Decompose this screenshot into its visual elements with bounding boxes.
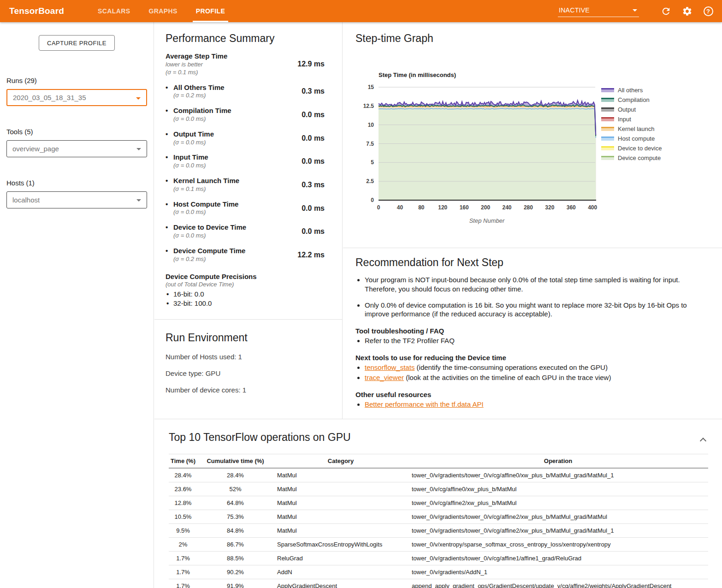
cell-category: ReluGrad: [273, 552, 408, 565]
cell-category: AddN: [273, 565, 408, 579]
legend-label: Host compute: [618, 135, 655, 142]
main-content: Performance Summary Average Step Time lo…: [154, 22, 722, 588]
tools-dropdown[interactable]: overview_page: [6, 140, 147, 157]
metric-label: Output Time: [173, 130, 214, 139]
svg-text:7.5: 7.5: [366, 141, 374, 147]
svg-text:360: 360: [567, 204, 576, 211]
legend-item: Kernel launch: [601, 124, 662, 134]
status-dropdown[interactable]: INACTIVE: [558, 6, 639, 17]
cell-time: 23.6%: [169, 482, 197, 496]
tools-label: Tools (5): [6, 128, 154, 136]
hosts-dropdown-value: localhost: [12, 196, 40, 204]
precision-item: 16-bit: 0.0: [166, 290, 325, 299]
svg-text:200: 200: [481, 204, 490, 211]
settings-gear-icon[interactable]: [681, 6, 692, 17]
recommendation-bullet: Your program is NOT input-bound because …: [365, 275, 704, 294]
recommendation-title: Recommendation for Next Step: [355, 256, 704, 269]
bullet: •: [166, 200, 173, 217]
runs-label: Runs (29): [6, 77, 154, 84]
recommendation-panel: Recommendation for Next Step Your progra…: [343, 248, 722, 409]
table-row: 10.5%75.3%MatMultower_0/v/gradients/towe…: [169, 510, 708, 524]
resource-item: Better performance with the tf.data API: [365, 400, 704, 409]
cell-cumulative: 75.3%: [197, 510, 273, 524]
metric-value: 0.3 ms: [285, 87, 325, 95]
cell-cumulative: 88.5%: [197, 552, 273, 565]
metric-value: 12.2 ms: [285, 251, 325, 259]
capture-profile-button[interactable]: CAPTURE PROFILE: [39, 35, 115, 51]
svg-text:0: 0: [371, 197, 374, 203]
svg-text:0: 0: [377, 204, 380, 211]
svg-text:Step Time (in milliseconds): Step Time (in milliseconds): [379, 71, 456, 78]
cell-operation: tower_0/v/cg/affine0/xw_plus_b/MatMul: [408, 482, 708, 496]
top-ops-title: Top 10 TensorFlow operations on GPU: [169, 431, 708, 444]
cell-operation: tower_0/v/cg/affine2/xw_plus_b/MatMul: [408, 496, 708, 510]
status-dropdown-value: INACTIVE: [559, 6, 590, 14]
legend-label: Input: [618, 116, 631, 123]
metric-row: • Host Compute Time (σ = 0.0 ms) 0.0 ms: [166, 200, 325, 217]
legend-swatch: [601, 107, 614, 112]
average-step-time-row: Average Step Time lower is better (σ = 0…: [166, 52, 325, 77]
legend-item: All others: [601, 85, 662, 95]
cell-category: MatMul: [273, 524, 408, 538]
performance-summary-title: Performance Summary: [166, 32, 325, 45]
tab-profile[interactable]: PROFILE: [193, 0, 228, 22]
step-time-chart: 02.557.51012.515040801201602002402803203…: [355, 68, 722, 231]
bullet: •: [166, 83, 173, 100]
table-row: 1.7%90.2%AddNtower_0/v/gradients/AddN_1: [169, 565, 708, 579]
svg-text:240: 240: [503, 204, 512, 211]
svg-text:10: 10: [368, 122, 374, 128]
collapse-chevron-icon[interactable]: [700, 437, 706, 443]
trace-viewer-link[interactable]: trace_viewer: [365, 374, 404, 381]
runs-dropdown[interactable]: 2020_03_05_18_31_35: [6, 89, 147, 106]
faq-heading: Tool troubleshooting / FAQ: [355, 327, 704, 335]
legend-label: Output: [618, 106, 636, 113]
svg-text:15: 15: [368, 84, 374, 90]
metric-sigma: (σ = 0.0 ms): [173, 139, 214, 147]
table-row: 9.5%84.8%MatMultower_0/v/gradients/tower…: [169, 524, 708, 538]
tensorflow-stats-link[interactable]: tensorflow_stats: [365, 363, 414, 371]
table-row: 12.8%64.8%MatMultower_0/v/cg/affine2/xw_…: [169, 496, 708, 510]
next-tool-item: tensorflow_stats (identify the time-cons…: [365, 363, 704, 372]
next-tool-description: (look at the activities on the timeline …: [404, 374, 611, 381]
cell-cumulative: 90.2%: [197, 565, 273, 579]
run-environment-line: Number of Hosts used: 1: [166, 353, 331, 361]
cell-cumulative: 86.7%: [197, 538, 273, 552]
left-sidebar: CAPTURE PROFILE Runs (29) 2020_03_05_18_…: [0, 22, 154, 588]
tab-scalars[interactable]: SCALARS: [95, 0, 133, 22]
refresh-icon[interactable]: [660, 6, 671, 17]
metric-label: Compilation Time: [173, 107, 231, 115]
tfdata-api-link[interactable]: Better performance with the tf.data API: [365, 400, 484, 408]
chevron-down-icon: [136, 199, 141, 202]
performance-summary-panel: Performance Summary Average Step Time lo…: [154, 22, 343, 419]
cell-cumulative: 64.8%: [197, 496, 273, 510]
table-row: 23.6%52%MatMultower_0/v/cg/affine0/xw_pl…: [169, 482, 708, 496]
metric-sigma: (σ = 0.0 ms): [173, 162, 208, 170]
cell-category: MatMul: [273, 496, 408, 510]
top-navbar: TensorBoard SCALARS GRAPHS PROFILE INACT…: [0, 0, 722, 22]
legend-swatch: [601, 117, 614, 121]
cell-time: 28.4%: [169, 468, 197, 482]
col-operation: Operation: [408, 454, 708, 469]
table-header-row: Time (%) Cumulative time (%) Category Op…: [169, 454, 708, 469]
cell-category: MatMul: [273, 482, 408, 496]
help-icon[interactable]: ?: [703, 6, 714, 17]
metric-row: • Device to Device Time (σ = 0.0 ms) 0.0…: [166, 223, 325, 240]
step-time-graph-panel: Step-time Graph 02.557.51012.51504080120…: [343, 22, 722, 248]
bullet: •: [166, 107, 173, 123]
right-column: Step-time Graph 02.557.51012.51504080120…: [343, 22, 722, 419]
app-title: TensorBoard: [9, 6, 64, 16]
hosts-dropdown[interactable]: localhost: [6, 191, 147, 208]
metric-row: • Kernel Launch Time (σ = 0.1 ms) 0.3 ms: [166, 177, 325, 193]
legend-swatch: [601, 137, 614, 141]
metric-value: 0.0 ms: [285, 157, 325, 166]
tab-graphs[interactable]: GRAPHS: [146, 0, 181, 22]
metric-sigma: (σ = 0.0 ms): [173, 208, 238, 216]
legend-swatch: [601, 127, 614, 131]
table-row: 1.7%88.5%ReluGradtower_0/v/gradients/tow…: [169, 552, 708, 565]
cell-cumulative: 28.4%: [197, 468, 273, 482]
legend-item: Device compute: [601, 153, 662, 163]
svg-text:40: 40: [397, 204, 403, 211]
run-environment-line: Device type: GPU: [166, 369, 331, 377]
svg-text:12.5: 12.5: [363, 103, 374, 109]
metric-label: Device to Device Time: [173, 223, 246, 232]
